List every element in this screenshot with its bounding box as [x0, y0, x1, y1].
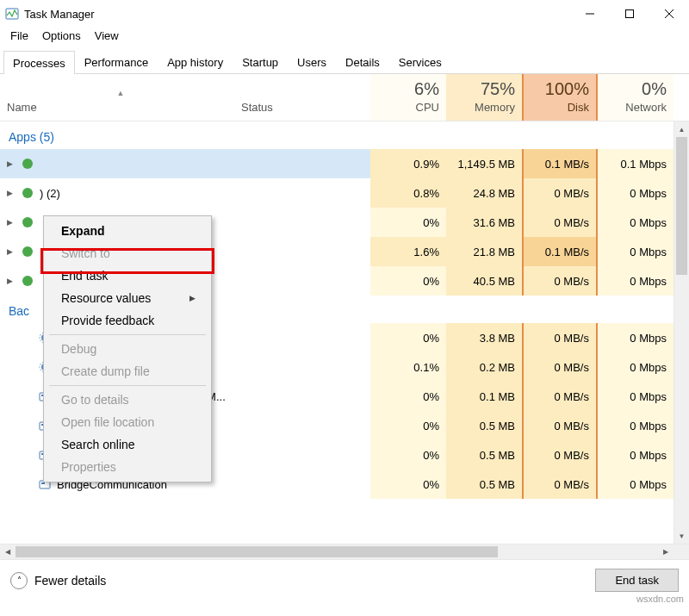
cell-disk: 0.1 MB/s — [522, 149, 598, 178]
cell-disk: 0.1 MB/s — [522, 237, 598, 266]
context-menu-item[interactable]: Expand — [46, 220, 209, 242]
svg-rect-2 — [626, 10, 634, 18]
tab-app-history[interactable]: App history — [158, 50, 233, 73]
process-name: ) (2) — [40, 187, 60, 200]
cell-network: 0 Mbps — [598, 323, 673, 352]
footer: ˄ Fewer details End task — [0, 559, 689, 600]
context-menu: ExpandSwitch toEnd taskResource values▶P… — [43, 215, 212, 482]
col-header-name[interactable]: ▲ Name — [0, 74, 241, 121]
col-header-name-label: Name — [7, 101, 234, 114]
context-menu-item: Switch to — [46, 242, 209, 264]
minimize-button[interactable] — [570, 0, 610, 28]
cell-cpu: 0% — [370, 470, 446, 499]
tab-services[interactable]: Services — [389, 50, 451, 73]
cell-disk: 0 MB/s — [522, 323, 598, 352]
titlebar: Task Manager — [0, 0, 689, 28]
cell-cpu: 1.6% — [370, 237, 446, 266]
taskmgr-icon — [5, 7, 19, 21]
process-row[interactable]: ▶ 0.9% 1,149.5 MB 0.1 MB/s 0.1 Mbps — [0, 149, 673, 178]
scroll-down-icon[interactable]: ▼ — [674, 528, 689, 544]
watermark: wsxdn.com — [636, 594, 684, 604]
cell-network: 0 Mbps — [598, 266, 673, 296]
process-row[interactable]: ▶ ) (2) 0.8% 24.8 MB 0 MB/s 0 Mbps — [0, 178, 673, 208]
expand-icon[interactable]: ▶ — [3, 218, 16, 227]
cell-network: 0 Mbps — [598, 382, 673, 411]
group-apps[interactable]: Apps (5) — [0, 121, 673, 149]
horizontal-scrollbar[interactable]: ◀ ▶ — [0, 544, 689, 559]
col-header-network[interactable]: 0% Network — [598, 74, 673, 121]
menu-file[interactable]: File — [3, 28, 35, 47]
svg-point-5 — [22, 159, 33, 169]
context-menu-item: Debug — [46, 338, 209, 360]
menu-view[interactable]: View — [88, 28, 126, 47]
tab-strip: Processes Performance App history Startu… — [0, 50, 689, 74]
tab-users[interactable]: Users — [288, 50, 336, 73]
tab-details[interactable]: Details — [336, 50, 389, 73]
expand-icon[interactable]: ▶ — [3, 159, 16, 168]
cell-cpu: 0% — [370, 382, 446, 411]
cell-disk: 0 MB/s — [522, 352, 598, 382]
close-button[interactable] — [649, 0, 689, 28]
cell-network: 0 Mbps — [598, 411, 673, 440]
maximize-button[interactable] — [610, 0, 649, 28]
expand-icon[interactable]: ▶ — [3, 277, 16, 285]
cell-memory: 0.5 MB — [446, 470, 522, 499]
cell-memory: 0.5 MB — [446, 440, 522, 470]
context-menu-item: Open file location — [46, 411, 209, 433]
context-menu-item: Properties — [46, 456, 209, 478]
context-menu-item[interactable]: Search online — [46, 433, 209, 456]
tab-processes[interactable]: Processes — [3, 51, 75, 74]
cell-cpu: 0.9% — [370, 149, 446, 178]
cell-disk: 0 MB/s — [522, 382, 598, 411]
cell-memory: 24.8 MB — [446, 178, 522, 208]
col-header-status[interactable]: Status — [241, 74, 370, 121]
col-header-memory[interactable]: 75% Memory — [446, 74, 522, 121]
tab-performance[interactable]: Performance — [75, 50, 158, 73]
cell-disk: 0 MB/s — [522, 266, 598, 296]
svg-point-9 — [22, 276, 33, 286]
cell-memory: 21.8 MB — [446, 237, 522, 266]
cell-network: 0 Mbps — [598, 352, 673, 382]
end-task-button[interactable]: End task — [595, 569, 679, 592]
cell-memory: 3.8 MB — [446, 323, 522, 352]
cell-network: 0 Mbps — [598, 178, 673, 208]
menubar: File Options View — [0, 28, 689, 47]
cell-memory: 31.6 MB — [446, 208, 522, 237]
context-menu-item: Create dump file — [46, 360, 209, 383]
col-header-disk[interactable]: 100% Disk — [522, 74, 598, 121]
scroll-left-icon[interactable]: ◀ — [0, 548, 16, 556]
context-menu-item[interactable]: Resource values▶ — [46, 287, 209, 309]
cell-network: 0 Mbps — [598, 440, 673, 470]
cell-network: 0 Mbps — [598, 208, 673, 237]
cell-cpu: 0.8% — [370, 178, 446, 208]
cell-disk: 0 MB/s — [522, 470, 598, 499]
chevron-up-icon: ˄ — [10, 572, 28, 589]
cell-cpu: 0% — [370, 323, 446, 352]
hscroll-thumb[interactable] — [16, 546, 498, 557]
cell-cpu: 0% — [370, 208, 446, 237]
tab-startup[interactable]: Startup — [233, 50, 288, 73]
cell-disk: 0 MB/s — [522, 440, 598, 470]
cell-memory: 0.2 MB — [446, 352, 522, 382]
context-menu-item[interactable]: End task — [46, 264, 209, 287]
context-menu-item: Go to details — [46, 389, 209, 411]
svg-rect-21 — [41, 482, 45, 484]
col-header-cpu[interactable]: 6% CPU — [370, 74, 446, 121]
vertical-scrollbar[interactable]: ▲ ▼ — [673, 121, 689, 544]
svg-point-7 — [22, 217, 33, 227]
cell-disk: 0 MB/s — [522, 208, 598, 237]
cell-disk: 0 MB/s — [522, 178, 598, 208]
cell-memory: 1,149.5 MB — [446, 149, 522, 178]
scroll-thumb[interactable] — [676, 137, 687, 275]
expand-icon[interactable]: ▶ — [3, 189, 16, 197]
scroll-right-icon[interactable]: ▶ — [658, 548, 673, 556]
context-menu-separator — [49, 334, 206, 335]
sort-caret-icon: ▲ — [117, 89, 125, 97]
scroll-up-icon[interactable]: ▲ — [674, 121, 689, 137]
fewer-details-button[interactable]: ˄ Fewer details — [10, 572, 595, 589]
expand-icon[interactable]: ▶ — [3, 247, 16, 256]
fewer-details-label: Fewer details — [34, 574, 106, 588]
context-menu-item[interactable]: Provide feedback — [46, 309, 209, 332]
menu-options[interactable]: Options — [35, 28, 88, 47]
cell-disk: 0 MB/s — [522, 411, 598, 440]
